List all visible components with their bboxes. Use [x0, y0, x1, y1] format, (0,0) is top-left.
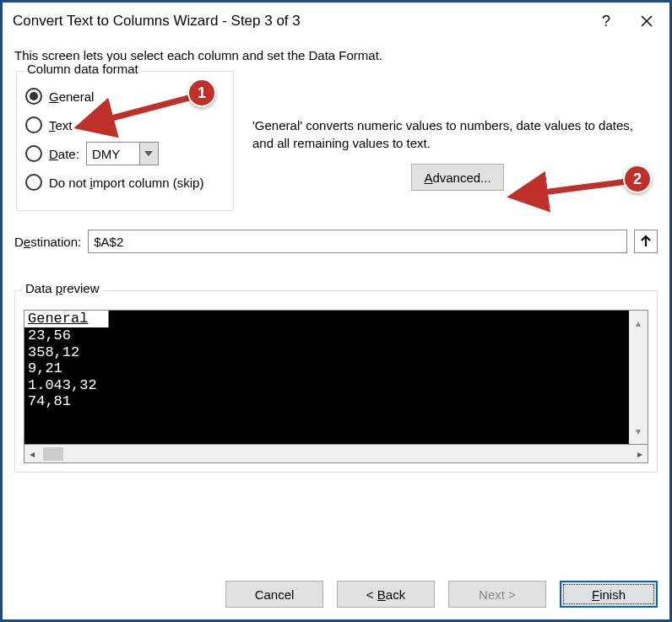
date-format-combo[interactable]: DMY [86, 142, 159, 165]
format-group-title: Column data format [24, 62, 142, 76]
format-description: 'General' converts numeric values to num… [252, 116, 658, 152]
radio-general-label: General [49, 89, 94, 104]
preview-data: 23,56 358,12 9,21 1.043,32 74,81 [24, 327, 629, 444]
data-preview-group: Data preview General 23,56 358,12 9,21 1… [14, 290, 658, 473]
preview-header: General [24, 311, 109, 327]
chevron-down-icon [139, 143, 158, 165]
vertical-scrollbar[interactable]: ▴ ▾ [629, 311, 648, 444]
radio-skip[interactable]: Do not import column (skip) [25, 170, 225, 195]
radio-date-label: Date: [49, 147, 79, 161]
content-area: This screen lets you select each column … [3, 40, 669, 565]
advanced-button[interactable]: Advanced... [411, 164, 504, 191]
scroll-down-icon: ▾ [636, 425, 641, 437]
radio-icon [25, 145, 42, 162]
radio-date-row: Date: DMY [25, 141, 225, 166]
window-title: Convert Text to Columns Wizard - Step 3 … [13, 13, 587, 30]
radio-icon [25, 88, 42, 105]
preview-title: Data preview [22, 281, 103, 295]
radio-icon [25, 116, 42, 133]
radio-date[interactable]: Date: [25, 145, 79, 162]
preview-column[interactable]: General 23,56 358,12 9,21 1.043,32 74,81 [24, 311, 629, 444]
close-button[interactable] [627, 4, 666, 38]
radio-icon [25, 174, 42, 191]
wizard-dialog: Convert Text to Columns Wizard - Step 3 … [0, 0, 672, 622]
next-button: Next > [448, 581, 546, 608]
preview-box: General 23,56 358,12 9,21 1.043,32 74,81… [24, 310, 648, 445]
finish-button[interactable]: Finish [560, 581, 658, 608]
destination-row: Destination: [14, 230, 658, 253]
destination-label: Destination: [14, 235, 81, 249]
help-button[interactable]: ? [587, 4, 626, 38]
advanced-wrap: Advanced... [252, 164, 658, 191]
radio-text-label: Text [49, 118, 73, 133]
top-row: Column data format General Text Date: DM [14, 71, 658, 211]
back-button[interactable]: < Back [337, 581, 435, 608]
column-data-format-group: Column data format General Text Date: DM [16, 71, 234, 211]
radio-skip-label: Do not import column (skip) [49, 176, 203, 190]
cancel-button[interactable]: Cancel [225, 581, 323, 608]
range-picker-button[interactable] [634, 230, 658, 253]
collapse-dialog-icon [639, 235, 653, 248]
titlebar: Convert Text to Columns Wizard - Step 3 … [3, 3, 669, 40]
button-bar: Cancel < Back Next > Finish [3, 565, 669, 619]
close-icon [641, 15, 653, 27]
radio-text[interactable]: Text [25, 112, 225, 138]
title-controls: ? [587, 4, 666, 38]
destination-input[interactable] [88, 230, 627, 253]
horizontal-scrollbar[interactable]: ◂ ▸ [24, 445, 648, 463]
scroll-right-icon: ▸ [637, 448, 642, 460]
format-info: 'General' converts numeric values to num… [252, 71, 658, 191]
intro-text: This screen lets you select each column … [14, 48, 658, 62]
radio-general[interactable]: General [25, 84, 225, 109]
scroll-left-icon: ◂ [30, 448, 35, 460]
scroll-up-icon: ▴ [636, 317, 641, 329]
scroll-thumb[interactable] [43, 447, 63, 461]
date-format-value: DMY [87, 143, 139, 165]
